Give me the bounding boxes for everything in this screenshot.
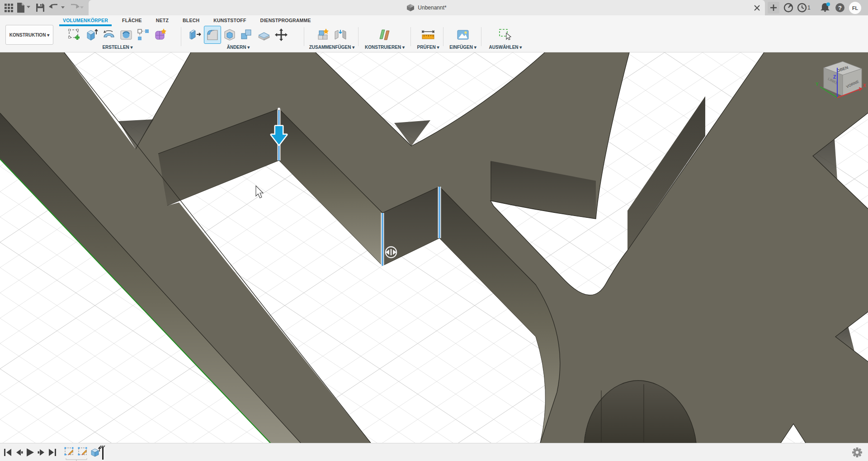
ribbon-tab-strip: VOLUMENKÖRPER FLÄCHE NETZ BLECH KUNSTSTO… — [62, 16, 312, 25]
group-label-einfuegen[interactable]: EINFÜGEN ▾ — [445, 45, 481, 50]
joint-icon[interactable] — [332, 26, 349, 43]
group-label-aendern[interactable]: ÄNDERN ▾ — [183, 45, 293, 50]
group-pruefen: PRÜFEN ▾ — [412, 25, 444, 52]
timeline-group-bracket — [66, 458, 87, 461]
group-aendern: ÄNDERN ▾ — [183, 25, 293, 52]
app-grid-icon[interactable] — [3, 0, 14, 15]
create-sketch-icon[interactable] — [66, 26, 83, 43]
group-separator — [304, 27, 304, 46]
insert-image-icon[interactable] — [455, 26, 471, 43]
application-titlebar: Unbenannt* 1 ? FL — [0, 0, 868, 15]
group-separator — [358, 27, 359, 46]
document-title: Unbenannt* — [418, 5, 446, 11]
combine-icon[interactable] — [239, 26, 255, 43]
move-icon[interactable] — [273, 26, 289, 43]
group-zusammenfuegen: ZUSAMMENFÜGEN ▾ — [306, 25, 358, 52]
file-menu-icon[interactable] — [15, 0, 31, 15]
konstruktion-dropdown-button[interactable]: KONSTRUKTION ▾ — [5, 25, 53, 45]
settings-gear-icon[interactable] — [852, 447, 863, 458]
document-cube-icon — [407, 4, 415, 11]
group-auswaehlen: AUSWÄHLEN ▾ — [483, 25, 528, 52]
viewport-canvas[interactable]: OBEN VORNE LINKS Z Y X — [0, 52, 868, 443]
timeline-skip-end-icon[interactable] — [47, 446, 58, 459]
group-label-erstellen[interactable]: ERSTELLEN ▾ — [60, 45, 175, 50]
ribbon-toolbar: VOLUMENKÖRPER FLÄCHE NETZ BLECH KUNSTSTO… — [0, 15, 868, 52]
group-label-auswaehlen[interactable]: AUSWÄHLEN ▾ — [483, 45, 528, 50]
hole-icon[interactable] — [118, 26, 134, 43]
fillet-icon[interactable] — [204, 26, 221, 43]
z-axis-label: Z — [833, 75, 836, 80]
bell-icon[interactable] — [819, 0, 832, 15]
redo-icon[interactable] — [67, 0, 85, 15]
group-label-zusammenfuegen[interactable]: ZUSAMMENFÜGEN ▾ — [306, 45, 358, 50]
tab-dienstprogramme[interactable]: DIENSTPROGRAMME — [259, 16, 312, 25]
press-pull-icon[interactable] — [187, 26, 203, 43]
timeline-step-back-icon[interactable] — [13, 446, 25, 459]
close-tab-icon[interactable] — [750, 0, 763, 15]
tab-blech[interactable]: BLECH — [182, 16, 200, 25]
select-icon[interactable] — [497, 26, 514, 43]
tab-flaeche[interactable]: FLÄCHE — [121, 16, 143, 25]
x-axis-label: X — [863, 83, 866, 88]
timeline-bar — [0, 443, 868, 461]
revolve-icon[interactable] — [101, 26, 117, 43]
y-axis-label: Y — [816, 82, 819, 87]
group-separator — [181, 27, 181, 46]
create-form-icon[interactable] — [152, 26, 169, 43]
construction-plane-icon[interactable] — [377, 26, 393, 43]
group-label-konstruieren[interactable]: KONSTRUIEREN ▾ — [360, 45, 410, 50]
split-body-icon[interactable] — [256, 26, 272, 43]
jobs-icon[interactable] — [782, 0, 795, 15]
timeline-position-marker[interactable] — [99, 446, 105, 460]
help-icon[interactable]: ? — [835, 3, 844, 12]
timeline-sketch-feature-2[interactable] — [78, 447, 87, 456]
group-separator — [481, 27, 481, 46]
timeline-extrude-feature[interactable] — [91, 447, 101, 456]
group-erstellen: ERSTELLEN ▾ — [60, 25, 175, 52]
clock-count-badge: 1 — [807, 5, 811, 11]
tab-kunststoff[interactable]: KUNSTSTOFF — [212, 16, 247, 25]
timeline-features — [63, 445, 118, 461]
tab-volumenkoerper[interactable]: VOLUMENKÖRPER — [62, 16, 109, 25]
group-separator — [443, 27, 443, 46]
timeline-step-forward-icon[interactable] — [36, 446, 47, 459]
save-icon[interactable] — [34, 0, 46, 15]
timeline-skip-start-icon[interactable] — [2, 446, 14, 459]
vertex-marker — [278, 108, 280, 110]
group-label-pruefen[interactable]: PRÜFEN ▾ — [412, 45, 444, 50]
document-tab[interactable]: Unbenannt* — [89, 0, 765, 15]
selection-badge[interactable] — [386, 247, 396, 258]
group-konstruieren: KONSTRUIEREN ▾ — [360, 25, 410, 52]
new-tab-button[interactable] — [768, 2, 779, 14]
extrude-icon[interactable] — [84, 26, 100, 43]
undo-icon[interactable] — [48, 0, 66, 15]
group-einfuegen: EINFÜGEN ▾ — [445, 25, 481, 52]
tab-netz[interactable]: NETZ — [155, 16, 170, 25]
measure-icon[interactable] — [420, 26, 436, 43]
pattern-icon[interactable] — [135, 26, 151, 43]
shell-icon[interactable] — [222, 26, 238, 43]
timeline-sketch-feature-1[interactable] — [65, 447, 74, 456]
timeline-play-icon[interactable] — [24, 446, 36, 459]
clock-icon[interactable] — [797, 0, 807, 15]
new-component-icon[interactable] — [315, 26, 331, 43]
group-separator — [410, 27, 411, 46]
avatar[interactable]: FL — [849, 2, 861, 14]
